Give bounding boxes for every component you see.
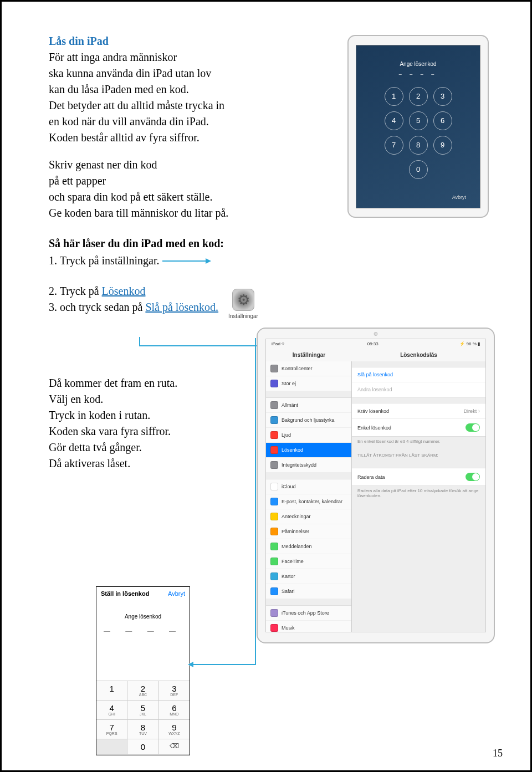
gear-icon[interactable] [232,289,254,311]
key-8[interactable]: 8 [409,136,428,155]
settings-right-title: Lösenkodslås [352,349,485,361]
settings-left-item[interactable]: Safari [266,584,351,599]
keypad-key-8[interactable]: 8TUV [127,720,158,739]
settings-left-item[interactable]: Påminnelser [266,524,351,539]
note-l3: och spara din kod på ett säkert ställe. [49,190,287,204]
key-4[interactable]: 4 [385,111,403,130]
settings-left-item-label: Påminnelser [282,529,309,534]
keypad-key-5[interactable]: 5JKL [127,701,158,720]
allow-header: TILLÅT ÅTKOMST FRÅN LÅST SKÄRM: [352,448,485,462]
note-l4: Ge koden bara till människor du litar på… [49,206,287,221]
settings-left-item-label: E-post, kontakter, kalendrar [282,499,342,504]
passcode-sheet-image: Ställ in lösenkod Avbryt Ange lösenkod —… [96,586,190,755]
status-bar: iPad ᯤ 09:33 ⚡ 96 % ▮ [266,339,485,349]
lock-title: Ange lösenkod [356,61,480,67]
settings-left-item[interactable]: Allmänt [266,398,351,413]
settings-left-item-label: Bakgrund och ljusstyrka [282,417,335,423]
settings-left-item[interactable]: Stör ej [266,376,351,391]
keypad-key-1[interactable]: 1 [96,681,127,701]
lock-keypad: 1 2 3 4 5 6 7 8 9 0 [356,87,480,179]
settings-icon-label: Inställningar [223,313,263,319]
settings-left-item[interactable]: Kartor [266,569,351,584]
change-passcode-row[interactable]: Ändra lösenkod [352,382,485,397]
app-icon [270,401,278,409]
settings-app-icon-block: Inställningar [223,289,263,319]
sheet-keypad: 12ABC3DEF4GHI5JKL6MNO7PQRS8TUV9WXYZ0⌫ [96,681,190,755]
app-icon [270,528,278,535]
enable-passcode-row[interactable]: Slå på lösenkod [352,367,485,382]
settings-left-item[interactable]: iCloud [266,479,351,494]
keypad-key-7[interactable]: 7PQRS [96,720,127,739]
key-7[interactable]: 7 [385,136,403,155]
settings-left-item[interactable]: Kontrollcenter [266,361,351,376]
key-1[interactable]: 1 [385,87,403,106]
section2-title: Så här låser du din iPad med en kod: [49,236,287,251]
keypad-key-9[interactable]: 9WXYZ [159,720,190,739]
settings-left-item[interactable]: Meddelanden [266,539,351,554]
keypad-key-2[interactable]: 2ABC [127,681,158,701]
settings-left-item[interactable]: Musik [266,621,351,632]
app-icon [270,543,278,550]
step2-link[interactable]: Lösenkod [102,285,146,297]
settings-left-item-label: Safari [282,589,295,594]
step1-text: 1. Tryck på inställningar. [49,254,159,267]
app-icon [270,558,278,565]
app-icon [270,624,278,632]
sheet-caption: Ange lösenkod [96,613,190,620]
keypad-backspace-icon[interactable]: ⌫ [159,739,190,755]
app-icon [270,587,278,595]
settings-left-item[interactable]: Ljud [266,428,351,443]
status-left: iPad ᯤ [272,341,286,346]
arrow-mini-to-settings [192,664,256,665]
follow-l1: Då kommer det fram en ruta. [49,376,287,391]
step2-prefix: 2. Tryck på [49,285,102,297]
sheet-dashes: — — — — [96,627,190,635]
erase-data-row[interactable]: Radera data [352,468,485,485]
toggle-on-icon[interactable] [466,423,480,432]
lock-cancel[interactable]: Avbryt [452,195,466,200]
settings-left-item[interactable]: Integritetsskydd [266,458,351,473]
settings-left-item-label: Anteckningar [282,514,311,519]
keypad-key-6[interactable]: 6MNO [159,701,190,720]
settings-left-item[interactable]: E-post, kontakter, kalendrar [266,494,351,509]
require-passcode-row[interactable]: Kräv lösenkod Direkt › [352,403,485,419]
toggle-on-icon[interactable] [466,473,480,481]
intro-l3: kan du låsa iPaden med en kod. [49,82,287,97]
settings-left-item[interactable]: Lösenkod [266,443,351,458]
page-number: 15 [493,748,503,759]
intro-l1: För att inga andra människor [49,50,287,65]
settings-left-item-label: Musik [282,625,295,631]
app-icon [270,498,278,505]
key-3[interactable]: 3 [433,87,452,106]
sheet-cancel[interactable]: Avbryt [168,590,185,597]
key-2[interactable]: 2 [409,87,428,106]
keypad-key-4[interactable]: 4GHI [96,701,127,720]
settings-left-item-label: Kontrollcenter [282,366,313,371]
app-icon [270,365,278,372]
keypad-key-0[interactable]: 0 [127,739,158,755]
key-9[interactable]: 9 [433,136,452,155]
follow-l3: Tryck in koden i rutan. [49,408,287,423]
settings-left-item-label: Integritetsskydd [282,462,316,468]
app-icon [270,416,278,424]
settings-left-item-label: iCloud [282,484,296,489]
intro-l2: ska kunna använda din iPad utan lov [49,66,287,81]
app-icon [270,461,278,469]
key-5[interactable]: 5 [409,111,428,130]
keypad-key-3[interactable]: 3DEF [159,681,190,701]
simple-hint: En enkel lösenkod är ett 4-siffrigt numm… [352,437,485,448]
lock-dots: – – – – [356,71,480,77]
settings-left-item[interactable]: Bakgrund och ljusstyrka [266,413,351,428]
settings-left-item[interactable]: FaceTime [266,554,351,569]
simple-passcode-row[interactable]: Enkel lösenkod [352,419,485,436]
settings-left-item-label: Meddelanden [282,544,312,549]
chevron-right-icon: › [478,408,480,414]
settings-left-item[interactable]: Anteckningar [266,509,351,524]
settings-left-item-label: Lösenkod [282,447,303,453]
step3-link[interactable]: Slå på lösenkod. [145,301,218,313]
settings-left-item[interactable]: iTunes och App Store [266,606,351,621]
app-icon [270,431,278,439]
key-6[interactable]: 6 [433,111,452,130]
key-0[interactable]: 0 [409,160,428,179]
ipad-lockscreen-image: Ange lösenkod – – – – 1 2 3 4 5 6 7 8 9 … [347,35,489,218]
